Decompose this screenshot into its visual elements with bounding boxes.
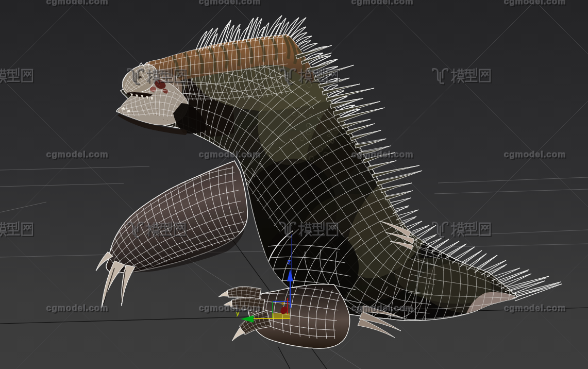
svg-text:x: x bbox=[281, 300, 284, 306]
svg-text:cgmodel.com: cgmodel.com bbox=[351, 149, 414, 159]
svg-text:cgmodel.com: cgmodel.com bbox=[199, 149, 261, 159]
svg-text:cgmodel.com: cgmodel.com bbox=[504, 0, 566, 6]
svg-text:cgmodel.com: cgmodel.com bbox=[46, 0, 109, 6]
svg-text:cgmodel.com: cgmodel.com bbox=[351, 0, 414, 6]
svg-text:cgmodel.com: cgmodel.com bbox=[504, 149, 566, 159]
svg-text:Z: Z bbox=[288, 259, 291, 265]
svg-text:cgmodel.com: cgmodel.com bbox=[46, 303, 109, 313]
svg-text:cgmodel.com: cgmodel.com bbox=[351, 303, 414, 313]
svg-text:cgmodel.com: cgmodel.com bbox=[46, 149, 109, 159]
svg-text:cgmodel.com: cgmodel.com bbox=[504, 303, 566, 313]
svg-text:cgmodel.com: cgmodel.com bbox=[199, 303, 261, 313]
svg-text:cgmodel.com: cgmodel.com bbox=[199, 0, 261, 6]
